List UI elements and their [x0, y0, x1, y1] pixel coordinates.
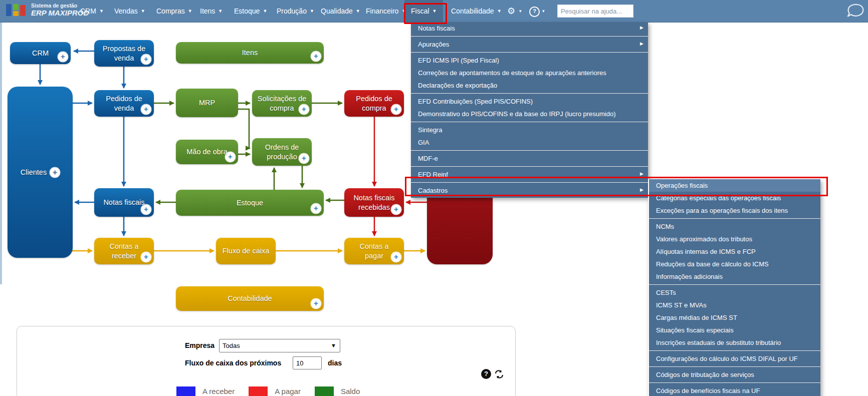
flow-node-label: Ordens de produção [252, 138, 312, 166]
flow-node-label: MRP [176, 89, 238, 117]
flow-node-label: CRM [10, 42, 71, 64]
fiscal-menu-item-efd-reinf[interactable]: EFD Reinf▶ [411, 168, 648, 181]
nav-item-estoque[interactable]: Estoque▼ [234, 0, 267, 22]
help-search-input[interactable] [557, 5, 633, 18]
flow-node-mrp[interactable]: MRP [176, 89, 238, 117]
flow-node-pedidos_venda[interactable]: +Pedidos de venda [94, 90, 154, 117]
flow-node-label: Solicitações de compra [252, 90, 312, 117]
submenu-arrow-icon: ▶ [640, 41, 643, 46]
menu-item-label: Exceções para as operações fiscais dos i… [656, 207, 788, 214]
flow-node-clientes[interactable]: Clientes+ [8, 87, 73, 258]
fiscal-menu-item-notas-fiscais[interactable]: Notas fiscais▶ [411, 22, 648, 35]
cadastros-item-cargas-m-dias-de-icms-st[interactable]: Cargas médias de ICMS ST [649, 311, 820, 324]
cadastros-item-ncms[interactable]: NCMs [649, 220, 820, 233]
nav-item-label: Vendas [114, 7, 138, 15]
cadastros-item-configura-es-do-c-lculo-do-icms-difal-por-uf[interactable]: Configurações do cálculo do ICMS DIFAL p… [649, 352, 820, 365]
nav-item-compras[interactable]: Compras▼ [156, 0, 192, 22]
menu-item-label: Cargas médias de ICMS ST [656, 314, 737, 321]
flow-node-contas_pagar[interactable]: +Contas a pagar [344, 238, 404, 264]
nav-item-produ-o[interactable]: Produção▼ [277, 0, 314, 22]
flow-node-fluxo_caixa[interactable]: Fluxo de caixa [216, 238, 276, 264]
cadastros-item-situa-es-fiscais-especiais[interactable]: Situações fiscais especiais [649, 324, 820, 336]
fiscal-menu-item-apura-es[interactable]: Apurações▶ [411, 38, 648, 51]
cadastros-item-informa-es-adicionais[interactable]: Informações adicionais [649, 270, 820, 283]
gear-icon[interactable]: ⚙ [507, 0, 515, 22]
flow-node-label: Propostas de venda [94, 40, 154, 67]
menu-separator [411, 150, 648, 151]
nav-item-itens[interactable]: Itens▼ [200, 0, 223, 22]
flow-node-crm[interactable]: +CRM [10, 42, 71, 64]
cadastros-item-al-quotas-internas-de-icms-e-fcp[interactable]: Alíquotas internas de ICMS e FCP [649, 245, 820, 258]
fiscal-menu-item-sintegra[interactable]: Sintegra [411, 124, 648, 136]
cadastros-item-inscri-es-estaduais-de-substituto-tribut-rio[interactable]: Inscrições estaduais de substituto tribu… [649, 336, 820, 349]
menu-item-label: Notas fiscais [418, 25, 455, 32]
chat-bubble-icon[interactable] [844, 3, 865, 23]
flow-node-solicitacoes[interactable]: +Solicitações de compra [252, 90, 312, 117]
empresa-select[interactable]: Todas ▼ [219, 339, 340, 352]
cash-flow-panel: Empresa Todas ▼ Fluxo de caixa dos próxi… [17, 326, 516, 396]
menu-separator [411, 122, 648, 122]
fiscal-menu-item-corre-es-de-apontamentos-de-estoque-de-apura-es-anteriores[interactable]: Correções de apontamentos de estoque de … [411, 67, 648, 79]
cadastros-item-opera-es-fiscais[interactable]: Operações fiscais [649, 179, 820, 192]
chevron-down-icon: ▼ [331, 339, 336, 352]
help-icon[interactable]: ? [529, 7, 540, 17]
flow-node-contabilidade[interactable]: +Contabilidade [176, 286, 324, 311]
nav-item-qualidade[interactable]: Qualidade▼ [321, 0, 360, 22]
menu-item-label: CESTs [656, 289, 676, 296]
menu-item-label: Categorias especiais das operações fisca… [656, 194, 781, 202]
flow-node-contas_receber[interactable]: +Contas a receber [94, 238, 154, 264]
menu-separator [411, 36, 648, 37]
flow-node-mao_obra[interactable]: +Mão de obra [176, 140, 238, 164]
fiscal-menu-item-gia[interactable]: GIA [411, 136, 648, 149]
nav-item-vendas[interactable]: Vendas▼ [114, 0, 145, 22]
flow-node-label: Notas fiscais [94, 188, 154, 217]
cadastros-item-redu-es-da-base-de-c-lculo-do-icms[interactable]: Reduções da base de cálculo do ICMS [649, 258, 820, 270]
fiscal-menu-item-declara-es-de-exporta-o[interactable]: Declarações de exportação [411, 79, 648, 92]
flow-node-notas_recebidas[interactable]: +Notas fiscais recebidas [344, 188, 404, 217]
flow-node-label: Mão de obra [176, 140, 238, 164]
cadastros-item-c-digos-de-tributa-o-de-servi-os[interactable]: Códigos de tributação de serviços [649, 368, 820, 381]
menu-item-label: Apurações [418, 41, 449, 48]
menu-separator [649, 284, 820, 285]
cadastros-item-cests[interactable]: CESTs [649, 286, 820, 299]
chevron-down-icon: ▼ [356, 9, 360, 14]
cadastros-item-exce-es-para-as-opera-es-fiscais-dos-itens[interactable]: Exceções para as operações fiscais dos i… [649, 204, 820, 217]
flow-node-estoque[interactable]: +Estoque [176, 190, 324, 216]
nav-item-label: Estoque [234, 7, 260, 15]
cadastros-item-categorias-especiais-das-opera-es-fiscais[interactable]: Categorias especiais das operações fisca… [649, 192, 820, 204]
flow-node-label: Estoque [176, 190, 324, 216]
fiscal-menu-item-cadastros[interactable]: Cadastros▶ [411, 184, 648, 197]
panel-help-icon[interactable]: ? [481, 369, 491, 379]
legend: A receberA pagarSaldo [176, 386, 367, 396]
dias-input[interactable] [293, 356, 322, 369]
flow-node-notas_fiscais[interactable]: +Notas fiscais [94, 188, 154, 217]
help-caret-icon[interactable]: ▾ [542, 0, 545, 22]
cadastros-item-valores-aproximados-dos-tributos[interactable]: Valores aproximados dos tributos [649, 233, 820, 245]
flow-node-itens[interactable]: +Itens [176, 42, 324, 64]
nav-item-contabilidade[interactable]: Contabilidade▼ [451, 0, 502, 22]
fiscal-menu-item-efd-icms-ipi-sped-fiscal[interactable]: EFD ICMS IPI (Sped Fiscal) [411, 54, 648, 67]
nav-item-fiscal[interactable]: Fiscal▼ [404, 0, 443, 22]
legend-swatch-a-pagar [249, 386, 268, 396]
flow-node-label: Notas fiscais recebidas [344, 188, 404, 217]
chevron-down-icon: ▼ [310, 9, 314, 14]
menu-separator [649, 382, 820, 383]
fiscal-menu-item-demonstrativo-do-pis-cofins-e-da-base-do-irpj-lucro-presumido[interactable]: Demonstrativo do PIS/COFINS e da base do… [411, 108, 648, 120]
legend-label: A receber [202, 387, 235, 395]
submenu-arrow-icon: ▶ [640, 187, 643, 192]
flow-node-pedidos_compra[interactable]: +Pedidos de compra [344, 90, 404, 117]
add-icon[interactable]: + [50, 168, 60, 177]
flow-node-ordens[interactable]: +Ordens de produção [252, 138, 312, 166]
gear-caret-icon[interactable]: ▾ [519, 0, 522, 22]
refresh-icon[interactable] [494, 369, 505, 381]
fiscal-menu-item-efd-contribui-es-sped-pis-cofins[interactable]: EFD Contribuições (Sped PIS/COFINS) [411, 95, 648, 108]
legend-swatch-saldo [315, 386, 334, 396]
cadastros-item-c-digos-de-benef-cios-fiscais-na-uf[interactable]: Códigos de benefícios fiscais na UF [649, 384, 820, 396]
nav-item-crm[interactable]: CRM▼ [80, 0, 104, 22]
fiscal-menu-item-mdf-e[interactable]: MDF-e [411, 152, 648, 165]
nav-item-label: Contabilidade [451, 7, 494, 15]
cadastros-item-icms-st-e-mvas[interactable]: ICMS ST e MVAs [649, 299, 820, 311]
menu-item-label: Reduções da base de cálculo do ICMS [656, 260, 769, 268]
nav-item-financeiro[interactable]: Financeiro▼ [366, 0, 406, 22]
flow-node-propostas[interactable]: +Propostas de venda [94, 40, 154, 67]
